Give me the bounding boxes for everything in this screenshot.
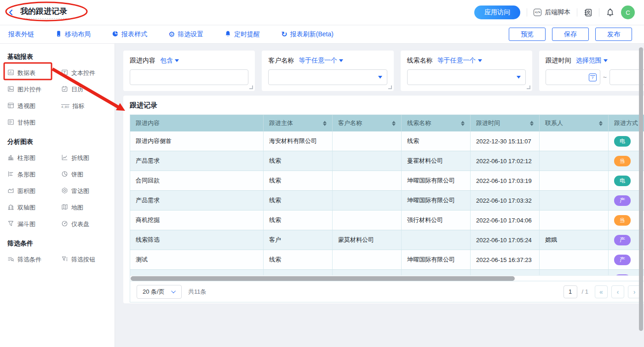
app-access-button[interactable]: 应用访问 <box>474 6 520 19</box>
table-row-7[interactable]: 测试线索坤曜国际有限公司2022-06-15 16:37:23产 <box>130 250 644 270</box>
publish-button[interactable]: 发布 <box>595 28 632 41</box>
save-button[interactable]: 保存 <box>552 28 589 41</box>
contacts-icon[interactable] <box>584 8 592 17</box>
table-row-1[interactable]: 跟进内容侧首海安材料有限公司线索2022-12-30 15:11:07电 <box>130 131 644 151</box>
sidebar-item-metric[interactable]: 4,80指标 <box>61 102 107 110</box>
data-table-widget[interactable]: 跟进记录 跟进内容跟进主体客户名称线索名称跟进时间联系人跟进方式 跟进内容侧首海… <box>123 96 644 303</box>
sidebar-item-gauge[interactable]: 仪表盘 <box>61 220 107 228</box>
filter-field-name: 跟进时间 <box>546 57 571 65</box>
column-header-3[interactable]: 客户名称 <box>333 115 402 131</box>
cell: 2022-06-15 16:37:23 <box>471 250 540 269</box>
toolbar-item-2[interactable]: 移动布局 <box>55 30 91 39</box>
sidebar-item-image-widget[interactable]: 图片控件 <box>7 85 61 94</box>
sidebar-item-data-table[interactable]: 数据表 <box>7 69 61 77</box>
date-input[interactable]: 7 <box>546 69 600 85</box>
filter-widget-3[interactable]: 线索名称等于任意一个 <box>401 51 532 91</box>
column-header-5[interactable]: 跟进时间 <box>471 115 540 131</box>
column-header-4[interactable]: 线索名称 <box>402 115 471 131</box>
cell: 跟进内容侧首 <box>130 131 264 151</box>
sidebar-item-pivot-table[interactable]: 透视图 <box>7 102 61 110</box>
resize-handle[interactable] <box>527 85 530 89</box>
toolbar-item-4[interactable]: ⚙筛选设置 <box>168 30 203 39</box>
cell: 线索 <box>402 131 471 151</box>
cell <box>333 131 402 151</box>
sidebar-item-label: 仪表盘 <box>71 220 89 228</box>
page-size-select[interactable]: 20 条/页 <box>137 285 182 299</box>
filter-text-input[interactable] <box>130 69 248 85</box>
page-title[interactable]: 我的跟进记录 <box>19 6 69 19</box>
toolbar-item-label: 报表外链 <box>8 30 34 39</box>
cell <box>333 191 402 210</box>
sidebar-item-bar-chart[interactable]: 条形图 <box>7 171 61 179</box>
sidebar-item-filter-button[interactable]: 筛选按钮 <box>61 256 107 264</box>
sidebar-item-radar-chart[interactable]: 雷达图 <box>61 187 107 195</box>
total-count: 共11条 <box>188 288 207 296</box>
sidebar-item-line-chart[interactable]: 折线图 <box>61 154 107 162</box>
sidebar-item-label: 柱形图 <box>17 154 35 162</box>
cell: 蔓霍材料公司 <box>402 151 471 171</box>
table-row-2[interactable]: 产品需求线索蔓霍材料公司2022-06-10 17:02:12当 <box>130 151 644 171</box>
map-icon <box>61 204 68 212</box>
table-row-6[interactable]: 线索筛选客户蒙莫材料公司2022-06-10 17:05:24嫦娥产 <box>130 230 644 250</box>
filter-select-input[interactable] <box>268 69 387 85</box>
sidebar-section-title: 筛选条件 <box>7 239 107 248</box>
filter-operator-dropdown[interactable]: 等于任意一个 <box>299 57 343 65</box>
filter-operator-dropdown[interactable]: 选择范围 <box>576 57 608 65</box>
top-bar: 我的跟进记录 应用访问 </> 后端脚本 C <box>0 0 644 25</box>
first-page-button[interactable]: « <box>595 285 608 298</box>
cell <box>402 270 471 275</box>
filter-label-row: 跟进内容包含 <box>130 57 248 65</box>
current-page-input[interactable]: 1 <box>564 285 577 298</box>
toolbar-item-1[interactable]: 报表外链 <box>8 30 34 39</box>
cell <box>540 131 609 151</box>
sidebar-section-title: 基础报表 <box>7 53 107 61</box>
filter-widget-4[interactable]: 跟进时间选择范围7~7 <box>539 51 644 91</box>
funnel-chart-icon <box>7 220 14 228</box>
sidebar-item-calendar[interactable]: 日历 <box>61 85 107 94</box>
table-row-3[interactable]: 合同回款线索坤曜国际有限公司2022-06-10 17:03:19电 <box>130 171 644 191</box>
column-header-6[interactable]: 联系人 <box>540 115 609 131</box>
sidebar-item-filter-condition[interactable]: 筛选条件 <box>7 256 61 264</box>
caret-down-icon <box>604 59 608 62</box>
filter-operator-dropdown[interactable]: 等于任意一个 <box>437 57 482 65</box>
sidebar-item-text-widget[interactable]: 文本控件 <box>61 69 107 77</box>
sidebar-item-gantt[interactable]: 甘特图 <box>7 119 61 127</box>
resize-handle[interactable] <box>388 85 392 89</box>
table-row-5[interactable]: 商机挖掘线索强行材料公司2022-06-10 17:04:06当 <box>130 210 644 230</box>
table-row-4[interactable]: 产品需求线索坤曜国际有限公司2022-06-10 17:03:32产 <box>130 191 644 210</box>
cell: 线索 <box>264 210 333 230</box>
follow-method-tag: 产 <box>614 255 631 265</box>
sidebar-item-map[interactable]: 地图 <box>61 204 107 212</box>
cell: 商机挖掘 <box>130 210 264 230</box>
preview-button[interactable]: 预览 <box>509 28 546 41</box>
sidebar-item-dual-axis[interactable]: 双轴图 <box>7 204 61 212</box>
filter-widget-2[interactable]: 客户名称等于任意一个 <box>262 51 393 91</box>
sidebar-section-title: 分析图表 <box>7 138 107 146</box>
toolbar-item-6[interactable]: ↻报表刷新(Beta) <box>281 30 334 39</box>
toolbar-item-5[interactable]: 定时提醒 <box>224 30 260 39</box>
cell <box>333 171 402 190</box>
table-row-8[interactable]: 产 <box>130 270 644 275</box>
table-horizontal-scrollbar[interactable] <box>131 276 515 281</box>
cell <box>471 270 540 275</box>
sidebar-item-column-chart[interactable]: 柱形图 <box>7 154 61 162</box>
sidebar-item-funnel-chart[interactable]: 漏斗图 <box>7 220 61 228</box>
page-vertical-scrollbar[interactable] <box>639 47 643 331</box>
sidebar-item-pie-chart[interactable]: 饼图 <box>61 171 107 179</box>
notification-bell-icon[interactable] <box>606 8 615 17</box>
filter-operator-dropdown[interactable]: 包含 <box>160 57 179 65</box>
bar-chart-icon <box>7 171 14 179</box>
column-label: 联系人 <box>545 119 563 127</box>
sidebar-item-area-chart[interactable]: 面积图 <box>7 187 61 195</box>
toolbar-item-3[interactable]: 报表样式 <box>112 30 147 39</box>
resize-handle[interactable] <box>249 85 253 89</box>
column-header-2[interactable]: 跟进主体 <box>264 115 333 131</box>
user-avatar[interactable]: C <box>621 6 635 19</box>
backend-script-button[interactable]: </> 后端脚本 <box>534 8 570 17</box>
prev-page-button[interactable]: ‹ <box>611 285 624 298</box>
filter-widget-1[interactable]: 跟进内容包含 <box>123 51 255 91</box>
cell: 线索 <box>264 151 333 171</box>
cell: 2022-12-30 15:11:07 <box>471 131 540 151</box>
filter-select-input[interactable] <box>407 69 526 85</box>
back-icon[interactable] <box>7 9 15 16</box>
